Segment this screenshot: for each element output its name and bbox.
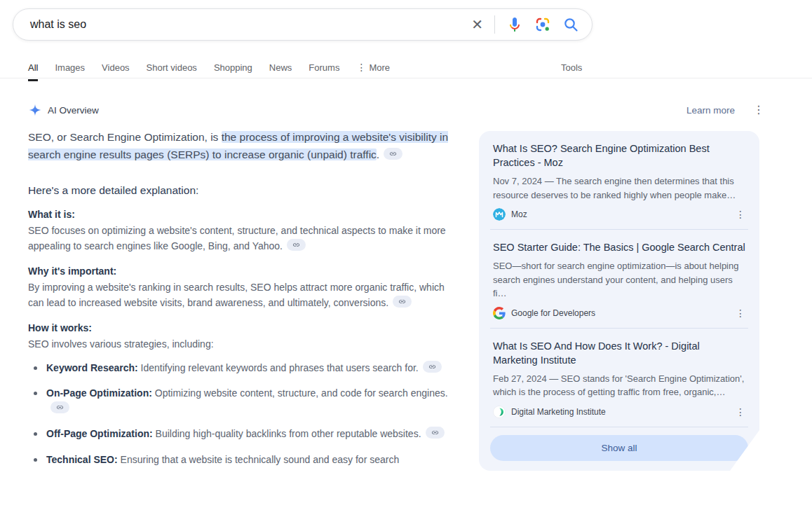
citation-link-icon[interactable] — [423, 361, 442, 373]
tab-videos[interactable]: Videos — [102, 62, 130, 74]
intro-period: . — [377, 149, 379, 160]
search-submit-icon[interactable] — [562, 16, 579, 33]
card-menu-icon[interactable]: ⋮ — [736, 308, 745, 319]
result-tabs: All Images Videos Short videos Shopping … — [28, 62, 390, 74]
source-name: Google for Developers — [511, 308, 595, 318]
bullet-term: Off-Page Optimization: — [46, 428, 153, 439]
list-item: On-Page Optimization: Optimizing website… — [28, 386, 459, 416]
list-item: Off-Page Optimization: Building high-qua… — [28, 427, 459, 442]
source-name: Moz — [511, 209, 527, 219]
google-lens-icon[interactable] — [534, 16, 551, 33]
bullet-term: Technical SEO: — [46, 454, 118, 465]
section-text: By improving a website's ranking in sear… — [28, 282, 445, 308]
search-results-page: what is seo ✕ All — [0, 0, 812, 517]
overflow-menu-icon[interactable]: ⋮ — [753, 104, 764, 116]
source-name: Digital Marketing Institute — [511, 407, 606, 417]
card-menu-icon[interactable]: ⋮ — [736, 406, 745, 418]
search-bar[interactable]: what is seo ✕ — [13, 8, 593, 41]
list-item: Keyword Research: Identifying relevant k… — [28, 361, 459, 376]
citation-link-icon[interactable] — [426, 427, 445, 439]
source-card-google[interactable]: SEO Starter Guide: The Basics | Google S… — [479, 230, 759, 328]
section-text: SEO focuses on optimizing a website's co… — [28, 225, 446, 251]
sources-panel: What Is SEO? Search Engine Optimization … — [479, 131, 759, 471]
section-heading-why: Why it's important: — [28, 266, 459, 277]
citation-link-icon[interactable] — [384, 148, 402, 160]
ai-overview-header: AI Overview Learn more ⋮ — [28, 103, 764, 117]
section-body-how: SEO involves various strategies, includi… — [28, 337, 459, 352]
tools-button[interactable]: Tools — [561, 62, 582, 73]
tab-images[interactable]: Images — [55, 62, 85, 74]
tab-news[interactable]: News — [269, 62, 292, 74]
source-card-moz[interactable]: What Is SEO? Search Engine Optimization … — [479, 131, 759, 229]
ai-sparkle-icon — [28, 103, 42, 117]
section-body-why: By improving a website's ranking in sear… — [28, 280, 459, 310]
source-title[interactable]: SEO Starter Guide: The Basics | Google S… — [493, 240, 745, 254]
citation-link-icon[interactable] — [287, 239, 306, 251]
microphone-icon[interactable] — [506, 16, 523, 33]
citation-link-icon[interactable] — [393, 296, 412, 308]
ai-overview-body: SEO, or Search Engine Optimization, is t… — [28, 128, 459, 478]
list-item: Technical SEO: Ensuring that a website i… — [28, 453, 459, 468]
tab-more-label: More — [369, 62, 390, 73]
dmi-logo-icon — [493, 406, 506, 418]
bullet-text: Ensuring that a website is technically s… — [118, 454, 400, 465]
clear-icon[interactable]: ✕ — [471, 18, 483, 32]
show-all-button[interactable]: Show all — [490, 435, 748, 461]
source-card-dmi[interactable]: What Is SEO And How Does It Work? - Digi… — [479, 329, 759, 427]
learn-more-link[interactable]: Learn more — [686, 105, 735, 116]
search-divider — [494, 15, 495, 34]
source-snippet: Feb 27, 2024 — SEO stands for 'Search En… — [493, 372, 745, 399]
source-snippet: Nov 7, 2024 — The search engine then det… — [493, 174, 745, 202]
bullet-term: On-Page Optimization: — [46, 387, 152, 399]
section-heading-how: How it works: — [28, 322, 459, 333]
google-g-logo-icon — [493, 307, 506, 319]
tab-shopping[interactable]: Shopping — [214, 62, 252, 74]
citation-link-icon[interactable] — [50, 401, 69, 413]
intro-paragraph: SEO, or Search Engine Optimization, is t… — [28, 128, 459, 163]
intro-text: SEO, or Search Engine Optimization, is — [28, 131, 222, 143]
section-heading-what: What it is: — [28, 209, 459, 220]
source-title[interactable]: What Is SEO? Search Engine Optimization … — [493, 142, 745, 170]
source-snippet: SEO—short for search engine optimization… — [493, 259, 745, 301]
tab-short-videos[interactable]: Short videos — [147, 62, 197, 74]
search-bar-icons: ✕ — [471, 15, 579, 34]
search-input[interactable]: what is seo — [30, 18, 86, 31]
moz-logo-icon — [493, 208, 506, 221]
tabs-divider — [0, 78, 812, 78]
source-title[interactable]: What Is SEO And How Does It Work? - Digi… — [493, 339, 745, 367]
tab-forums[interactable]: Forums — [309, 62, 339, 74]
tab-all[interactable]: All — [28, 62, 38, 74]
section-body-what: SEO focuses on optimizing a website's co… — [28, 223, 459, 254]
bullet-text: Building high-quality backlinks from oth… — [153, 428, 421, 439]
strategy-list: Keyword Research: Identifying relevant k… — [28, 361, 459, 468]
bullet-text: Optimizing website content, structure, a… — [152, 387, 448, 399]
bullet-term: Keyword Research: — [46, 362, 138, 373]
card-menu-icon[interactable]: ⋮ — [736, 209, 745, 220]
detail-subheading: Here's a more detailed explanation: — [28, 184, 459, 197]
tab-more[interactable]: ⋮ More — [356, 62, 390, 74]
more-dots-icon: ⋮ — [356, 62, 366, 73]
ai-overview-label: AI Overview — [48, 105, 99, 116]
bullet-text: Identifying relevant keywords and phrase… — [138, 362, 419, 373]
